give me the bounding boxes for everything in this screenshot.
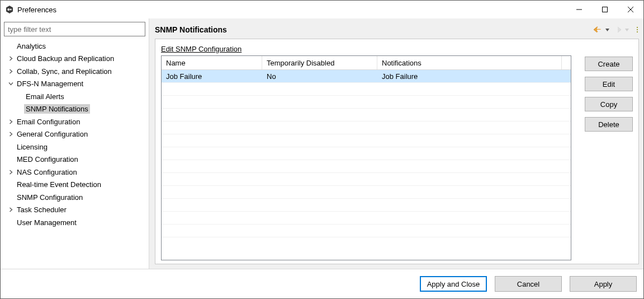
tree-item-label: Task Scheduler [15,205,68,214]
back-dropdown-icon[interactable] [605,29,609,31]
chevron-down-icon[interactable] [6,81,15,86]
column-header-notifications[interactable]: Notifications [377,56,562,69]
chevron-right-icon[interactable] [6,69,15,74]
delete-button[interactable]: Delete [585,117,633,132]
page-title: SNMP Notifications [155,25,593,34]
svg-marker-7 [605,29,609,31]
column-header-name[interactable]: Name [162,56,262,69]
tree-item[interactable]: MED Configuration [4,153,145,166]
tree-item[interactable]: Task Scheduler [4,204,145,217]
table-body: Job FailureNoJob Failure [162,70,571,260]
tree-item[interactable]: DFS-N Management [4,78,145,91]
tree-item[interactable]: SNMP Notifications [4,103,145,116]
svg-point-10 [637,29,638,30]
back-icon[interactable] [593,26,602,33]
svg-point-2 [10,9,12,11]
table-row[interactable] [162,109,571,122]
tree-item-label: User Management [15,218,78,227]
maximize-button[interactable] [592,1,618,18]
edit-button[interactable]: Edit [585,77,633,91]
tree-item-label: General Configuration [15,129,89,139]
tree-item-label: Email Configuration [15,117,82,127]
table-cell: No [262,72,377,81]
tree-item[interactable]: Email Alerts [4,90,145,103]
table-row[interactable] [162,212,571,225]
tree-item[interactable]: Real-time Event Detection [4,179,145,191]
table-cell: Job Failure [162,72,262,81]
content-panel: Edit SNMP Configuration Name Temporarily… [155,39,639,264]
app-icon [5,5,14,14]
view-menu-icon[interactable] [636,26,639,33]
forward-dropdown-icon[interactable] [625,29,629,31]
tree-item-label: Real-time Event Detection [15,180,103,189]
table-row[interactable] [162,160,571,173]
chevron-right-icon[interactable] [6,207,15,212]
tree-item[interactable]: User Management [4,216,145,229]
table-header: Name Temporarily Disabled Notifications [162,56,571,70]
table-row[interactable] [162,122,571,134]
minimize-button[interactable] [566,1,592,18]
cancel-button[interactable]: Cancel [495,276,562,292]
table-row[interactable] [162,83,571,96]
chevron-right-icon[interactable] [6,119,15,124]
apply-button[interactable]: Apply [570,276,637,292]
table-row[interactable] [162,186,571,199]
tree-item-label: SNMP Notifications [24,104,90,114]
notifications-table: Name Temporarily Disabled Notifications … [161,55,571,260]
tree-item[interactable]: Cloud Backup and Replication [4,53,145,66]
column-header-disabled[interactable]: Temporarily Disabled [262,56,377,69]
tree-item-label: SNMP Configuration [15,193,84,202]
table-row[interactable] [162,147,571,160]
svg-rect-4 [603,7,608,12]
tree-item[interactable]: NAS Configuration [4,166,145,179]
table-row[interactable] [162,96,571,109]
tree-item[interactable]: Email Configuration [4,115,145,128]
tree-item-label: MED Configuration [15,155,80,164]
forward-icon[interactable] [613,26,622,33]
apply-and-close-button[interactable]: Apply and Close [420,276,487,292]
table-cell: Job Failure [377,72,571,81]
copy-button[interactable]: Copy [585,97,633,111]
tree-item-label: Licensing [15,142,49,152]
tree-item[interactable]: SNMP Configuration [4,191,145,204]
tree-item[interactable]: Collab, Sync, and Replication [4,65,145,78]
tree-item-label: NAS Configuration [15,167,79,177]
svg-marker-8 [625,29,629,31]
header-toolbar [593,26,639,33]
edit-snmp-config-link[interactable]: Edit SNMP Configuration [161,45,633,53]
table-row[interactable]: Job FailureNoJob Failure [162,70,571,83]
titlebar: Preferences [1,1,643,18]
table-row[interactable] [162,134,571,147]
chevron-right-icon[interactable] [6,132,15,137]
svg-point-11 [637,31,638,32]
tree-item-label: Analytics [15,41,48,51]
table-row[interactable] [162,173,571,186]
tree-item[interactable]: General Configuration [4,128,145,141]
sidebar: AnalyticsCloud Backup and ReplicationCol… [1,18,149,269]
preferences-window: Preferences AnalyticsCloud Backup and Re… [0,0,644,299]
table-row[interactable] [162,225,571,237]
tree-item-label: Collab, Sync, and Replication [15,67,113,76]
close-button[interactable] [618,1,643,18]
filter-input[interactable] [4,22,145,36]
chevron-right-icon[interactable] [6,56,15,61]
tree-item-label: Email Alerts [24,92,66,101]
content-area: SNMP Notifications [149,18,643,269]
tree-item-label: DFS-N Management [15,79,85,88]
tree-item[interactable]: Analytics [4,40,145,53]
window-title: Preferences [17,6,56,14]
svg-point-9 [637,27,638,28]
svg-point-1 [7,8,10,11]
dialog-footer: Apply and Close Cancel Apply [1,269,643,298]
tree-item-label: Cloud Backup and Replication [15,54,116,63]
chevron-right-icon[interactable] [6,170,15,175]
preferences-tree: AnalyticsCloud Backup and ReplicationCol… [4,40,145,269]
create-button[interactable]: Create [585,57,633,71]
action-buttons: Create Edit Copy Delete [585,55,633,260]
tree-item[interactable]: Licensing [4,141,145,153]
column-header-spacer [562,56,571,69]
table-row[interactable] [162,199,571,212]
